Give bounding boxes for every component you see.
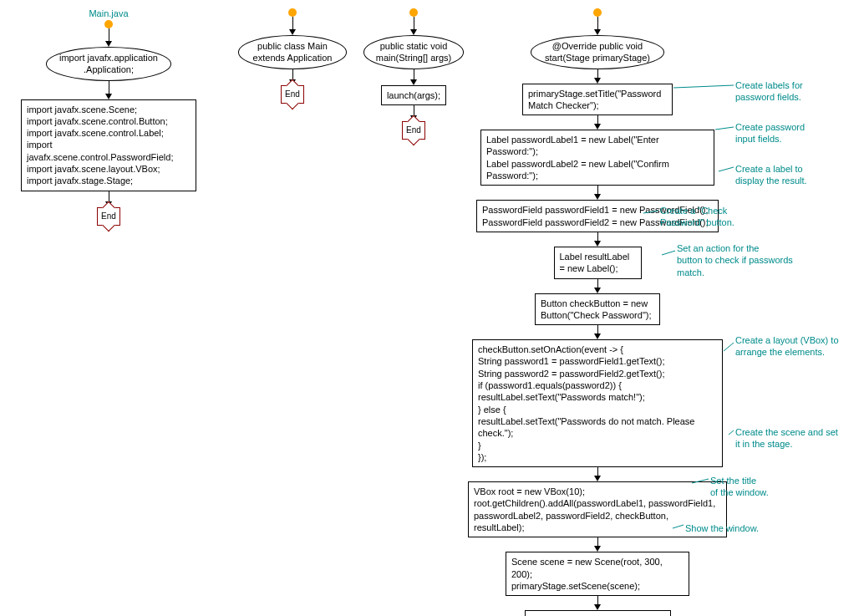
col3-end: End <box>402 121 425 140</box>
annotation-4: Create a "Check Password" button. <box>660 205 734 229</box>
annotation-5: Set an action for the button to check if… <box>677 242 793 278</box>
col4-box9: primaryStage.setTitle("Password Match Ch… <box>525 610 671 616</box>
col4-box8-text: Scene scene = new Scene(root, 300, 200);… <box>511 557 663 591</box>
arrow-4-8 <box>594 537 601 552</box>
col4-ellipse-text: @Override public void start(Stage primar… <box>545 41 650 63</box>
col4-box8: Scene scene = new Scene(root, 300, 200);… <box>506 552 689 596</box>
col4-box5: Button checkButton = new Button("Check P… <box>535 293 660 326</box>
column-3: public static void main(String[] args) l… <box>359 8 468 140</box>
arrow-4-7 <box>594 467 601 481</box>
annotation-6: Create a layout (VBox) to arrange the el… <box>735 334 839 359</box>
col1-ellipse: import javafx.application .Application; <box>46 47 171 81</box>
col3-ellipse-text: public static void main(String[] args) <box>376 41 451 63</box>
annotation-2: Create password input fields. <box>735 121 805 145</box>
arrow-4-1 <box>594 69 601 84</box>
annotation-1: Create labels for password fields. <box>735 79 803 104</box>
arrow-1-2 <box>105 81 112 99</box>
arrow-4-6 <box>594 325 601 339</box>
col1-end: End <box>97 207 120 226</box>
col1-end-text: End <box>101 211 116 221</box>
col4-box1: primaryStage.setTitle("Password Match Ch… <box>522 84 673 116</box>
col4-box2-text: Label passwordLabel1 = new Label("Enter … <box>486 135 669 181</box>
col3-ellipse: public static void main(String[] args) <box>363 35 464 69</box>
col4-box7-text: VBox root = new VBox(10); root.getChildr… <box>474 486 715 532</box>
col2-end-text: End <box>285 89 300 99</box>
col1-imports-box: import javafx.scene.Scene; import javafx… <box>21 99 196 191</box>
col4-box4: Label resultLabel = new Label(); <box>554 247 642 279</box>
annotation-8: Set the title of the window. <box>710 475 769 499</box>
arrow-4-2 <box>594 115 601 130</box>
arrow-4-9 <box>594 596 601 610</box>
entry-arrow-4 <box>593 8 602 35</box>
svg-line-6 <box>729 430 734 435</box>
annotation-9: Show the window. <box>685 522 759 534</box>
col3-box: launch(args); <box>381 85 446 105</box>
arrow-3-1 <box>410 69 417 85</box>
annotation-3: Create a label to display the result. <box>735 163 807 187</box>
entry-arrow-2 <box>288 8 297 35</box>
col3-box-text: launch(args); <box>387 90 440 100</box>
col2-ellipse: public class Main extends Application <box>238 35 347 69</box>
column-2: public class Main extends Application En… <box>234 8 351 104</box>
col4-box2: Label passwordLabel1 = new Label("Enter … <box>480 130 714 186</box>
col2-ellipse-text: public class Main extends Application <box>253 41 333 63</box>
arrow-4-3 <box>594 186 601 200</box>
col4-box6: checkButton.setOnAction(event -> { Strin… <box>472 339 723 467</box>
col4-box4-text: Label resultLabel = new Label(); <box>560 252 630 273</box>
col4-ellipse: @Override public void start(Stage primar… <box>531 35 664 69</box>
column-1: Main.java import javafx.application .App… <box>17 8 201 226</box>
entry-arrow-3 <box>409 8 418 35</box>
arrow-4-4 <box>594 232 601 247</box>
entry-arrow-1 <box>104 20 113 47</box>
col1-title: Main.java <box>89 8 128 18</box>
arrow-4-5 <box>594 279 601 293</box>
col4-box5-text: Button checkButton = new Button("Check P… <box>541 298 652 320</box>
col1-ellipse-text: import javafx.application .Application; <box>59 53 158 74</box>
col3-end-text: End <box>406 125 421 135</box>
col2-end: End <box>281 85 304 104</box>
col4-box6-text: checkButton.setOnAction(event -> { Strin… <box>478 344 694 462</box>
col4-box1-text: primaryStage.setTitle("Password Match Ch… <box>528 89 661 110</box>
annotation-7: Create the scene and set it in the stage… <box>735 426 838 451</box>
col1-imports-text: import javafx.scene.Scene; import javafx… <box>27 104 173 186</box>
